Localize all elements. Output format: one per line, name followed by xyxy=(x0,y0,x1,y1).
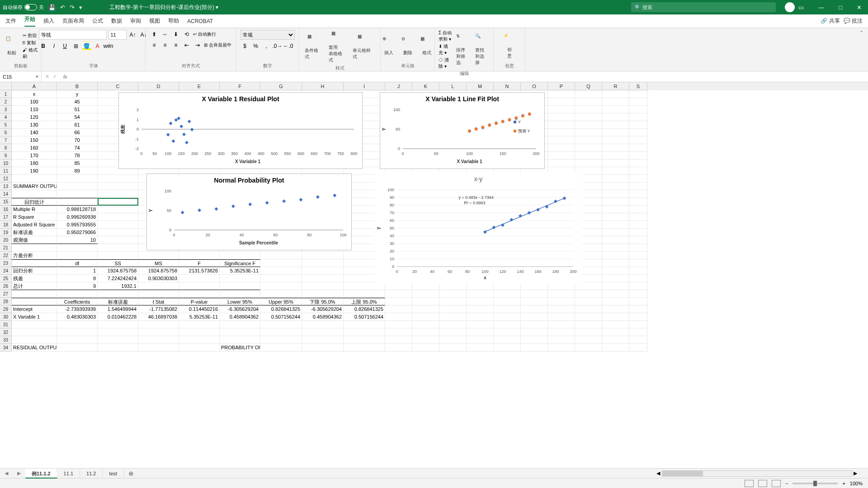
cell[interactable] xyxy=(629,252,647,259)
cell[interactable] xyxy=(575,321,602,328)
cell[interactable]: 70 xyxy=(57,136,98,144)
cell[interactable]: 观测值 xyxy=(12,236,57,244)
cell[interactable]: 66 xyxy=(57,129,98,136)
format-painter-button[interactable]: 🖌 格式刷 xyxy=(23,47,38,60)
column-header[interactable]: R xyxy=(602,82,629,90)
user-avatar[interactable] xyxy=(785,2,795,12)
cell[interactable]: 0.010462228 xyxy=(98,313,138,321)
paste-button[interactable]: 📋粘贴 xyxy=(4,35,20,57)
cell[interactable] xyxy=(575,282,602,290)
cell[interactable] xyxy=(260,267,302,275)
column-header[interactable]: S xyxy=(629,82,647,90)
cell[interactable] xyxy=(575,129,602,136)
cell[interactable] xyxy=(412,313,439,321)
row-header[interactable]: 13 xyxy=(0,183,12,190)
cell[interactable]: 0.507156244 xyxy=(344,313,385,321)
cell[interactable] xyxy=(179,321,220,328)
cell[interactable] xyxy=(412,282,439,290)
worksheet-grid[interactable]: ABCDEFGHIJKLMNOPQRS 1xy21004531105141205… xyxy=(0,82,868,468)
row-header[interactable]: 10 xyxy=(0,160,12,167)
cell[interactable] xyxy=(629,160,647,167)
cell[interactable]: Lower 95% xyxy=(220,298,260,305)
cell[interactable]: 120 xyxy=(12,113,57,121)
cell[interactable]: Coefficients xyxy=(57,298,98,305)
cell[interactable] xyxy=(302,328,344,336)
page-break-view-icon[interactable] xyxy=(772,480,781,487)
cell[interactable] xyxy=(548,336,575,344)
cell[interactable] xyxy=(439,336,467,344)
cell[interactable] xyxy=(521,328,548,336)
cell[interactable] xyxy=(629,183,647,190)
cell[interactable]: 5.35253E-11 xyxy=(179,313,220,321)
cell[interactable] xyxy=(57,344,98,352)
cell[interactable] xyxy=(260,275,302,282)
cell[interactable] xyxy=(467,298,494,305)
name-box[interactable]: C15▾ xyxy=(0,71,42,82)
font-color-button[interactable]: A xyxy=(93,42,102,51)
cell[interactable]: 总计 xyxy=(12,282,57,290)
row-header[interactable]: 12 xyxy=(0,175,12,183)
zoom-in-icon[interactable]: + xyxy=(842,481,845,486)
cell[interactable] xyxy=(521,298,548,305)
cell[interactable] xyxy=(57,252,98,259)
cell[interactable] xyxy=(57,336,98,344)
cell[interactable] xyxy=(12,190,57,198)
zoom-level[interactable]: 100% xyxy=(850,481,863,486)
cell[interactable]: 0.903030303 xyxy=(138,275,179,282)
cell[interactable] xyxy=(260,282,302,290)
cell[interactable] xyxy=(439,344,467,352)
cell[interactable] xyxy=(179,252,220,259)
percent-icon[interactable]: % xyxy=(251,42,260,51)
cell[interactable] xyxy=(521,282,548,290)
cut-button[interactable]: ✂ 剪切 xyxy=(23,33,38,39)
cell[interactable] xyxy=(602,136,629,144)
cell[interactable] xyxy=(98,244,138,252)
row-header[interactable]: 30 xyxy=(0,313,12,321)
cell[interactable] xyxy=(575,98,602,106)
cell[interactable]: 140 xyxy=(12,129,57,136)
cell[interactable] xyxy=(629,98,647,106)
cell[interactable] xyxy=(602,221,629,229)
cell[interactable] xyxy=(575,160,602,167)
cell[interactable] xyxy=(629,336,647,344)
cell[interactable] xyxy=(629,190,647,198)
cell[interactable] xyxy=(629,113,647,121)
cell[interactable]: 0.826841325 xyxy=(344,305,385,313)
accept-formula-icon[interactable]: ✓ xyxy=(53,74,57,80)
autosave-toggle[interactable]: 自动保存 关 xyxy=(3,4,44,11)
cell[interactable] xyxy=(602,236,629,244)
conditional-format-button[interactable]: ▦条件格式 xyxy=(303,33,324,61)
cell[interactable] xyxy=(439,290,467,298)
cell[interactable] xyxy=(629,213,647,221)
cell[interactable] xyxy=(138,336,179,344)
cell[interactable] xyxy=(629,328,647,336)
cell[interactable] xyxy=(57,198,98,206)
row-header[interactable]: 31 xyxy=(0,321,12,328)
currency-icon[interactable]: $ xyxy=(241,42,250,51)
cell[interactable] xyxy=(138,321,179,328)
cell[interactable]: -6.305629204 xyxy=(220,305,260,313)
cell[interactable]: Multiple R xyxy=(12,206,57,213)
cell[interactable] xyxy=(548,298,575,305)
column-header[interactable]: D xyxy=(138,82,179,90)
cell[interactable]: Adjusted R Square xyxy=(12,221,57,229)
chart-line-fit[interactable]: X Variable 1 Line Fit Plot 0501001502000… xyxy=(380,92,545,169)
cell[interactable] xyxy=(602,259,629,267)
cell[interactable] xyxy=(385,336,412,344)
cell[interactable] xyxy=(602,328,629,336)
tab-help[interactable]: 帮助 xyxy=(168,17,179,25)
increase-font-icon[interactable]: A↑ xyxy=(128,30,137,39)
column-header[interactable]: E xyxy=(179,82,220,90)
cell[interactable] xyxy=(220,290,260,298)
cell[interactable] xyxy=(629,221,647,229)
wrap-text-button[interactable]: ↩ 自动换行 xyxy=(193,31,216,38)
find-select-button[interactable]: 🔍查找和选择 xyxy=(473,33,490,67)
cell[interactable] xyxy=(629,167,647,175)
cell[interactable] xyxy=(385,282,412,290)
autosum-button[interactable]: Σ 自动求和 ▾ xyxy=(439,30,452,42)
cell[interactable] xyxy=(302,267,344,275)
cell[interactable] xyxy=(12,259,57,267)
cell[interactable] xyxy=(467,344,494,352)
cell[interactable] xyxy=(629,290,647,298)
align-middle-icon[interactable]: ↔ xyxy=(160,30,170,39)
